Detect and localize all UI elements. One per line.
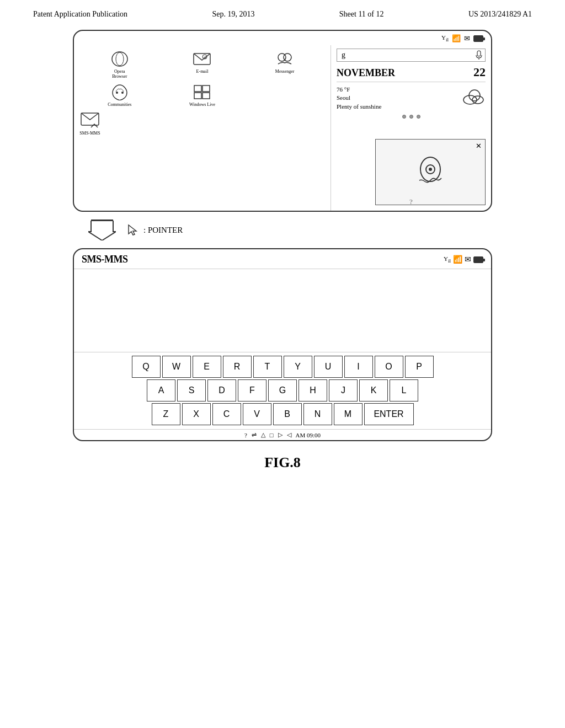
key-r[interactable]: R [223,356,252,378]
question-mark: ? [409,197,413,206]
app-windows[interactable]: Windows Live [162,83,243,108]
bottom-battery-icon [473,256,483,263]
bottom-wifi-icon: 📶 [453,255,462,264]
search-text: g [339,51,348,60]
app-messenger[interactable]: Messenger [244,50,325,79]
key-l[interactable]: L [390,379,418,402]
opera-label: OperaBrowser [112,69,127,79]
svg-point-8 [121,92,124,94]
patent-header: Patent Application Publication Sep. 19, … [0,0,565,24]
microphone-icon [475,50,483,60]
windows-label: Windows Live [189,103,215,108]
device-content: OperaBrowser @ E-mail [74,45,491,211]
key-n[interactable]: N [303,403,332,425]
sms-label: SMS-MMS [79,131,100,136]
svg-rect-14 [477,51,481,56]
bottom-signal-icon: Yil [444,255,451,264]
windows-icon [191,83,212,101]
app-sms[interactable]: SMS-MMS [79,111,100,136]
key-p[interactable]: P [405,356,434,378]
pointer-label: : POINTER [127,224,183,236]
key-a[interactable]: A [147,379,175,402]
key-enter[interactable]: ENTER [364,403,414,425]
arrow-section: : POINTER [88,220,183,240]
bottom-status-bar: Yil 📶 ✉ [444,255,483,264]
key-d[interactable]: D [207,379,236,402]
taskbar: ? ⇌ △ □ ▷ ◁ AM 09:00 [74,429,491,440]
dot-1 [402,115,406,119]
svg-rect-12 [202,93,210,99]
svg-point-0 [112,52,127,66]
weather-city: Seoul [337,94,381,102]
key-e[interactable]: E [193,356,221,378]
keyboard-row-3: Z X C V B N M ENTER [78,403,487,425]
messenger-label: Messenger [275,69,295,74]
svg-rect-9 [194,85,201,92]
taskbar-back: ◁ [287,431,291,438]
sms-body [74,269,491,352]
right-panel: g NOVEMBER 22 76 °F [331,45,491,211]
sms-row: SMS-MMS [79,111,325,136]
key-m[interactable]: M [334,403,363,425]
key-h[interactable]: H [299,379,327,402]
left-panel: OperaBrowser @ E-mail [74,45,331,211]
bottom-device: SMS-MMS Yil 📶 ✉ Q W E R T Y U I O P [73,248,492,441]
key-s[interactable]: S [177,379,206,402]
key-y[interactable]: Y [284,356,312,378]
app-email[interactable]: @ E-mail [162,50,243,79]
taskbar-question: ? [244,432,247,438]
mail-icon: ✉ [464,34,470,43]
sms-header: SMS-MMS Yil 📶 ✉ [74,249,491,269]
key-u[interactable]: U [314,356,343,378]
svg-point-21 [429,168,432,171]
svg-point-6 [284,53,291,61]
app-communities[interactable]: Communities [79,83,160,108]
header-sheet: Sheet 11 of 12 [339,10,384,19]
key-w[interactable]: W [162,356,191,378]
weather-icon [459,85,486,111]
communities-label: Communities [108,103,131,108]
keyboard-row-2: A S D F G H J K L [78,379,487,402]
key-c[interactable]: C [212,403,241,425]
key-j[interactable]: J [329,379,358,402]
email-label: E-mail [196,69,209,74]
battery-icon [473,35,483,42]
top-status-bar: Yil 📶 ✉ [74,31,491,45]
key-o[interactable]: O [375,356,403,378]
app-grid: OperaBrowser @ E-mail [79,50,325,107]
key-b[interactable]: B [273,403,302,425]
sms-icon [79,111,100,130]
svg-point-7 [116,92,118,94]
app-opera[interactable]: OperaBrowser [79,50,160,79]
taskbar-window: □ [270,432,274,438]
key-g[interactable]: G [268,379,297,402]
header-center: Sep. 19, 2013 [212,10,254,19]
taskbar-switch: ⇌ [252,431,257,438]
wifi-icon: 📶 [452,34,461,43]
key-k[interactable]: K [359,379,388,402]
svg-rect-11 [194,93,201,99]
weather-row: 76 °F Seoul Plenty of sunshine [337,85,486,111]
key-t[interactable]: T [253,356,282,378]
popup-close[interactable]: ✕ [476,142,482,151]
key-v[interactable]: V [243,403,271,425]
top-device: Yil 📶 ✉ OperaBrowser [73,30,492,212]
key-q[interactable]: Q [132,356,161,378]
search-bar[interactable]: g [337,49,486,62]
key-i[interactable]: I [344,356,373,378]
taskbar-up: △ [261,431,265,438]
key-z[interactable]: Z [152,403,180,425]
key-f[interactable]: F [238,379,266,402]
dot-2 [409,115,413,119]
keyboard: Q W E R T Y U I O P A S D F G H J K L [74,352,491,429]
keyboard-row-1: Q W E R T Y U I O P [78,356,487,378]
messenger-icon [274,50,295,68]
pointer-text: : POINTER [143,226,183,235]
calendar-day: 22 [473,65,486,79]
email-icon: @ [191,50,212,68]
key-x[interactable]: X [182,403,211,425]
bottom-mail-icon: ✉ [465,255,471,264]
signal-icon: Yil [441,34,449,42]
svg-rect-10 [202,85,210,92]
svg-point-1 [116,52,124,66]
